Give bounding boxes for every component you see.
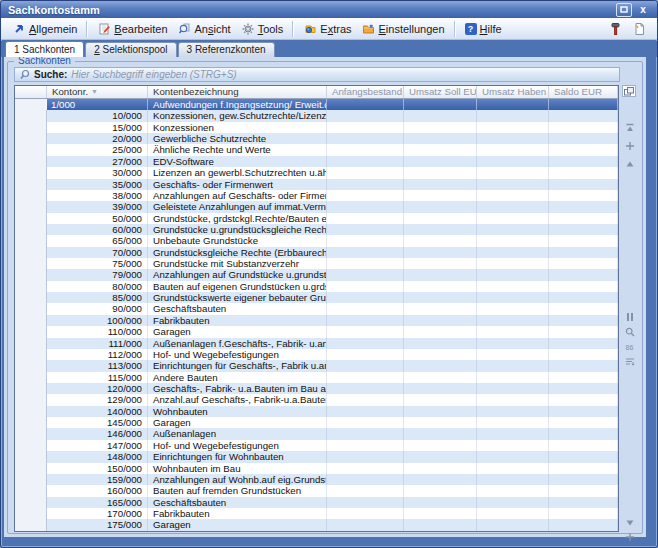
- account-name-cell: Garagen: [148, 519, 327, 530]
- menu-label: Hilfe: [480, 23, 502, 35]
- sort-lines-icon[interactable]: [623, 356, 636, 368]
- table-row[interactable]: 65/000 Unbebaute Grundstücke: [15, 235, 618, 246]
- table-row[interactable]: 15/000 Konzessionen: [15, 122, 618, 133]
- table-row[interactable]: 170/000 Fabrikbauten: [15, 508, 618, 519]
- hammer-button[interactable]: [603, 20, 627, 38]
- account-number-cell: 79/000: [47, 269, 148, 280]
- account-name-cell: Anzahlungen auf Grundstücke u.grundstgl.…: [148, 269, 327, 280]
- anfangsbestand-cell: [327, 156, 404, 167]
- table-row[interactable]: 145/000 Garagen: [15, 417, 618, 428]
- restore-icon[interactable]: [616, 3, 632, 17]
- anfangsbestand-cell: [327, 269, 404, 280]
- columns-icon[interactable]: [623, 311, 636, 323]
- table-row[interactable]: 165/000 Geschäftsbauten: [15, 497, 618, 508]
- umsatz-haben-cell: [477, 122, 549, 133]
- value-86-icon[interactable]: 86: [623, 341, 636, 353]
- step-up-icon[interactable]: [623, 158, 636, 170]
- zoom-icon[interactable]: [623, 326, 636, 338]
- table-row[interactable]: 120/000 Geschäfts-, Fabrik- u.a.Bauten i…: [15, 383, 618, 394]
- anfangsbestand-cell: [327, 247, 404, 258]
- menu-extras[interactable]: Extras: [298, 20, 356, 38]
- table-row[interactable]: 111/000 Außenanlagen f.Geschäfts-, Fabri…: [15, 338, 618, 349]
- umsatz-haben-cell: [477, 213, 549, 224]
- table-row[interactable]: 50/000 Grundstücke, grdstckgl.Rechte/Bau…: [15, 213, 618, 224]
- note-icon: [632, 22, 646, 36]
- table-row[interactable]: 147/000 Hof- und Wegebefestigungen: [15, 440, 618, 451]
- table-row[interactable]: 115/000 Andere Bauten: [15, 372, 618, 383]
- table-row[interactable]: 112/000 Hof- und Wegebefestigungen: [15, 349, 618, 360]
- anfangsbestand-cell: [327, 463, 404, 474]
- anfangsbestand-cell: [327, 292, 404, 303]
- umsatz-haben-cell: [477, 326, 549, 337]
- table-row[interactable]: 150/000 Wohnbauten im Bau: [15, 463, 618, 474]
- tab-sachkonten[interactable]: 1 Sachkonten: [5, 41, 84, 57]
- umsatz-soll-cell: [404, 326, 477, 337]
- table-row[interactable]: 27/000 EDV-Software: [15, 156, 618, 167]
- table-row[interactable]: 146/000 Außenanlagen: [15, 428, 618, 439]
- table-row[interactable]: 100/000 Fabrikbauten: [15, 315, 618, 326]
- tab-referenzkonten[interactable]: 3 Referenzkonten: [178, 42, 275, 57]
- close-icon[interactable]: x: [636, 4, 650, 16]
- table-row[interactable]: 25/000 Ähnliche Rechte und Werte: [15, 144, 618, 155]
- table-row[interactable]: 129/000 Anzahl.auf Geschäfts-, Fabrik-u.…: [15, 394, 618, 405]
- menu-tools[interactable]: Tools: [236, 20, 289, 38]
- scroll-to-top-icon[interactable]: [623, 122, 636, 134]
- account-number-cell: 110/000: [47, 326, 148, 337]
- search-input[interactable]: [71, 69, 615, 80]
- column-header-kontenbezeichnung[interactable]: Kontenbezeichnung: [148, 86, 327, 98]
- note-button[interactable]: [627, 20, 651, 38]
- help-icon: ?: [465, 23, 477, 35]
- saldo-cell: [549, 485, 618, 496]
- umsatz-soll-cell: [404, 508, 477, 519]
- table-row[interactable]: 70/000 Grundstücksgleiche Rechte (Erbbau…: [15, 247, 618, 258]
- grid-body: 1/000 Aufwendungen f.Ingangsetzung/ Erwe…: [15, 99, 618, 531]
- table-row[interactable]: 35/000 Geschäfts- oder Firmenwert: [15, 179, 618, 190]
- menu-ansicht[interactable]: Ansicht: [173, 20, 236, 38]
- table-row[interactable]: 175/000 Garagen: [15, 519, 618, 530]
- table-row[interactable]: 110/000 Garagen: [15, 326, 618, 337]
- table-row[interactable]: 1/000 Aufwendungen f.Ingangsetzung/ Erwe…: [15, 99, 618, 110]
- saldo-cell: [549, 144, 618, 155]
- column-chooser-icon[interactable]: [622, 85, 636, 97]
- table-row[interactable]: 39/000 Geleistete Anzahlungen auf immat.…: [15, 201, 618, 212]
- table-row[interactable]: 80/000 Bauten auf eigenen Grundstücken u…: [15, 281, 618, 292]
- column-header-anfangsbestand[interactable]: Anfangsbestand EUR: [327, 86, 404, 98]
- menu-hilfe[interactable]: ? Hilfe: [460, 21, 507, 37]
- table-row[interactable]: 60/000 Grundstücke u.grundstücksgleiche …: [15, 224, 618, 235]
- table-row[interactable]: 85/000 Grundstückswerte eigener bebauter…: [15, 292, 618, 303]
- account-number-cell: 170/000: [47, 508, 148, 519]
- saldo-cell: [549, 372, 618, 383]
- table-row[interactable]: 160/000 Bauten auf fremden Grundstücken: [15, 485, 618, 496]
- row-selector-cell: [15, 213, 47, 224]
- table-row[interactable]: 38/000 Anzahlungen auf Geschäfts- oder F…: [15, 190, 618, 201]
- row-selector-cell: [15, 463, 47, 474]
- table-row[interactable]: 140/000 Wohnbauten: [15, 406, 618, 417]
- account-number-cell: 20/000: [47, 133, 148, 144]
- column-header-saldo[interactable]: Saldo EUR: [549, 86, 618, 98]
- menu-einstellungen[interactable]: Einstellungen: [357, 20, 450, 38]
- hammer-icon: [608, 22, 622, 36]
- table-row[interactable]: 148/000 Einrichtungen für Wohnbauten: [15, 451, 618, 462]
- table-row[interactable]: 10/000 Konzessionen, gew.Schutzrechte/Li…: [15, 110, 618, 121]
- column-header-kontonr[interactable]: Kontonr.▼: [47, 86, 148, 98]
- table-row[interactable]: 113/000 Einrichtungen für Geschäfts-, Fa…: [15, 360, 618, 371]
- umsatz-haben-cell: [477, 440, 549, 451]
- move-icon[interactable]: [623, 531, 636, 543]
- table-row[interactable]: 75/000 Grundstücke mit Substanzverzehr: [15, 258, 618, 269]
- tab-selektionspool[interactable]: 2 Selektionspool: [85, 42, 176, 57]
- magnifier-page-icon: [178, 22, 192, 36]
- move-icon[interactable]: [623, 140, 636, 152]
- umsatz-haben-cell: [477, 360, 549, 371]
- saldo-cell: [549, 474, 618, 485]
- column-header-umsatz-soll[interactable]: Umsatz Soll EUR: [404, 86, 477, 98]
- table-row[interactable]: 90/000 Geschäftsbauten: [15, 303, 618, 314]
- column-header-umsatz-haben[interactable]: Umsatz Haben EUR: [477, 86, 549, 98]
- table-row[interactable]: 79/000 Anzahlungen auf Grundstücke u.gru…: [15, 269, 618, 280]
- table-row[interactable]: 30/000 Lizenzen an gewerbl.Schutzrechten…: [15, 167, 618, 178]
- step-down-icon[interactable]: [623, 517, 636, 529]
- toolbar-separator: [86, 21, 88, 37]
- table-row[interactable]: 159/000 Anzahlungen auf Wohnb.auf eig.Gr…: [15, 474, 618, 485]
- menu-bearbeiten[interactable]: Bearbeiten: [92, 20, 172, 38]
- menu-allgemein[interactable]: Allgemein: [7, 20, 82, 38]
- table-row[interactable]: 20/000 Gewerbliche Schutzrechte: [15, 133, 618, 144]
